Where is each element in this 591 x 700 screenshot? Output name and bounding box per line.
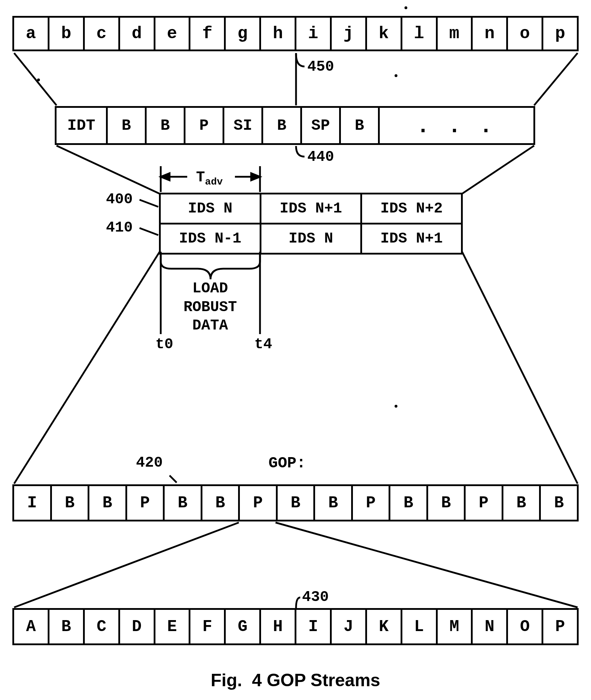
stream-cell: IDS N+1 bbox=[360, 224, 461, 253]
row450-cell: n bbox=[473, 16, 508, 51]
row430-cell: K bbox=[367, 608, 402, 645]
row420-cell: B bbox=[315, 484, 353, 521]
svg-line-10 bbox=[140, 228, 158, 235]
stream-row-410: IDS N-1 IDS N IDS N+1 bbox=[161, 223, 461, 253]
stream-cell: IDS N+2 bbox=[360, 194, 461, 223]
row440-cell: P bbox=[185, 106, 224, 145]
connector-lines bbox=[0, 0, 591, 700]
ref-430: 430 bbox=[302, 589, 329, 606]
row440-cell: B bbox=[147, 106, 185, 145]
row450-cell: f bbox=[190, 16, 226, 51]
row420-cell: P bbox=[466, 484, 503, 521]
row430-cell: H bbox=[261, 608, 296, 645]
row420-cell: B bbox=[278, 484, 315, 521]
row440-cell: SP bbox=[302, 106, 341, 145]
svg-marker-16 bbox=[251, 173, 260, 180]
speck bbox=[37, 78, 40, 81]
row440-rest: . . . bbox=[380, 106, 535, 145]
row430-cell: M bbox=[438, 608, 473, 645]
row450-cell: c bbox=[85, 16, 120, 51]
time-t4: t4 bbox=[254, 336, 272, 353]
stream-row-400: IDS N IDS N+1 IDS N+2 bbox=[161, 194, 461, 223]
svg-line-9 bbox=[140, 200, 158, 207]
row430-cell: E bbox=[155, 608, 191, 645]
row-450-container: a b c d e f g h i j k l m n o p bbox=[12, 16, 579, 51]
row440-cell: SI bbox=[224, 106, 263, 145]
caption-num: 4 bbox=[252, 670, 262, 690]
svg-line-7 bbox=[14, 523, 239, 607]
row420-cell: B bbox=[52, 484, 90, 521]
row-440-container: IDT B B P SI B SP B . . . bbox=[55, 106, 535, 145]
row-420-container: I B B P B B P B B P B B P B B bbox=[12, 484, 579, 521]
row450-cell: d bbox=[120, 16, 155, 51]
row450-cell: p bbox=[543, 16, 579, 51]
row440-cell: B bbox=[108, 106, 147, 145]
row430-cell: F bbox=[190, 608, 226, 645]
time-t0: t0 bbox=[155, 336, 173, 353]
figure-caption: Fig. 4 GOP Streams bbox=[0, 670, 591, 690]
row440-cell: B bbox=[263, 106, 302, 145]
row450-cell: i bbox=[296, 16, 332, 51]
ref-410: 410 bbox=[106, 219, 133, 236]
load-robust-label: LOAD ROBUST DATA bbox=[157, 279, 263, 335]
row440-cell: IDT bbox=[55, 106, 108, 145]
stream-table: IDS N IDS N+1 IDS N+2 IDS N-1 IDS N IDS … bbox=[159, 193, 463, 255]
svg-line-1 bbox=[534, 53, 578, 105]
svg-line-6 bbox=[462, 252, 578, 484]
row420-cell: B bbox=[428, 484, 466, 521]
gop-label: GOP: bbox=[268, 454, 306, 472]
svg-line-5 bbox=[14, 252, 160, 484]
row430-cell: G bbox=[226, 608, 261, 645]
caption-title: GOP Streams bbox=[267, 670, 380, 690]
caption-fig: Fig. bbox=[211, 670, 242, 690]
ref-450: 450 bbox=[307, 58, 334, 75]
row420-cell: I bbox=[12, 484, 52, 521]
row420-cell: B bbox=[89, 484, 127, 521]
row420-cell: P bbox=[240, 484, 278, 521]
row450-cell: j bbox=[332, 16, 367, 51]
row420-cell: B bbox=[202, 484, 240, 521]
svg-line-0 bbox=[14, 53, 57, 105]
row440-cell: B bbox=[341, 106, 380, 145]
tadv-text: Tadv bbox=[196, 169, 223, 186]
row420-cell: B bbox=[541, 484, 579, 521]
row450-cell: k bbox=[367, 16, 402, 51]
row430-cell: N bbox=[473, 608, 508, 645]
row450-cell: o bbox=[508, 16, 543, 51]
row430-cell: A bbox=[12, 608, 49, 645]
row420-cell: B bbox=[390, 484, 428, 521]
row420-cell: P bbox=[353, 484, 391, 521]
tadv-label: Tadv bbox=[196, 169, 223, 187]
ref-420: 420 bbox=[136, 454, 163, 471]
svg-line-3 bbox=[57, 146, 160, 194]
row430-cell: B bbox=[49, 608, 85, 645]
stream-cell: IDS N-1 bbox=[161, 224, 260, 253]
row430-cell: L bbox=[402, 608, 438, 645]
ref-440: 440 bbox=[307, 148, 334, 165]
row450-cell: a bbox=[12, 16, 49, 51]
row450-cell: b bbox=[49, 16, 85, 51]
row420-cell: B bbox=[503, 484, 541, 521]
speck bbox=[404, 6, 407, 9]
row430-cell: I bbox=[296, 608, 332, 645]
svg-marker-15 bbox=[161, 173, 170, 180]
row450-cell: e bbox=[155, 16, 191, 51]
row430-cell: O bbox=[508, 608, 543, 645]
row430-cell: J bbox=[332, 608, 367, 645]
row420-cell: B bbox=[165, 484, 202, 521]
load-robust-text: LOAD ROBUST DATA bbox=[183, 280, 237, 334]
row450-cell: g bbox=[226, 16, 261, 51]
row430-cell: P bbox=[543, 608, 579, 645]
row430-cell: C bbox=[85, 608, 120, 645]
row450-cell: l bbox=[402, 16, 438, 51]
ref-400: 400 bbox=[106, 191, 133, 208]
stream-cell: IDS N bbox=[260, 224, 360, 253]
row450-cell: m bbox=[438, 16, 473, 51]
row450-cell: h bbox=[261, 16, 296, 51]
stream-cell: IDS N bbox=[161, 194, 260, 223]
row-430-container: A B C D E F G H I J K L M N O P bbox=[12, 608, 579, 645]
stream-cell: IDS N+1 bbox=[260, 194, 360, 223]
row430-cell: D bbox=[120, 608, 155, 645]
svg-line-4 bbox=[462, 146, 534, 194]
speck bbox=[395, 74, 397, 77]
